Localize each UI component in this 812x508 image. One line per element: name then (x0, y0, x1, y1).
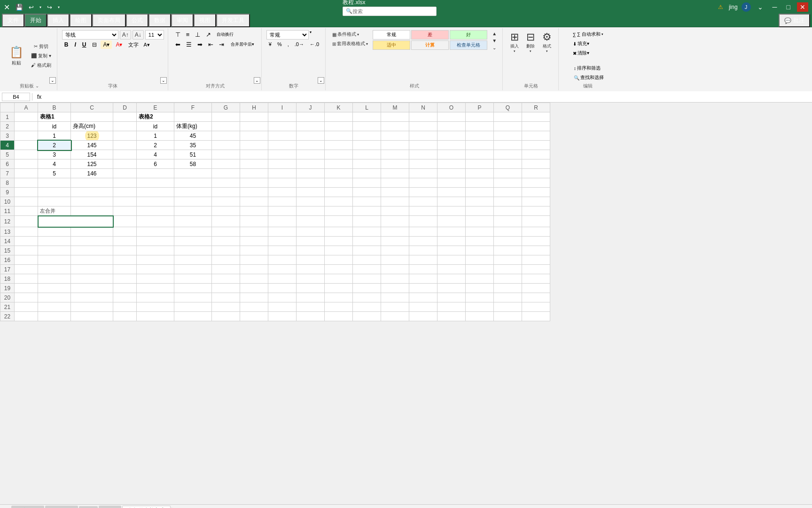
cell-h7[interactable] (240, 169, 268, 178)
align-right-btn[interactable]: ➡ (195, 40, 205, 49)
cell-k2[interactable] (325, 122, 353, 131)
cell-n7[interactable] (409, 169, 437, 178)
row-header-6[interactable]: 6 (0, 159, 15, 169)
cell-a11[interactable] (15, 206, 38, 216)
cell-g5[interactable] (212, 150, 240, 159)
phonetic-guide-btn[interactable]: A▾ (142, 41, 152, 48)
row-header-2[interactable]: 2 (0, 122, 15, 131)
cell-g2[interactable] (212, 122, 240, 131)
cell-p5[interactable] (466, 150, 494, 159)
decrease-decimal-btn[interactable]: ←.0 (307, 40, 321, 48)
col-header-h[interactable]: H (240, 103, 268, 112)
cell-g3[interactable] (212, 131, 240, 141)
bold-button[interactable]: B (62, 40, 71, 49)
cell-i1[interactable] (268, 112, 297, 122)
sheet-tab-dd[interactable]: dD (79, 506, 98, 508)
copy-button[interactable]: ⬛ 复制 ▾ (29, 52, 53, 60)
cell-p7[interactable] (466, 169, 494, 178)
function-wizard-btn[interactable]: fx (34, 93, 44, 101)
cell-l7[interactable] (353, 169, 381, 178)
style-calc-btn[interactable]: 计算 (411, 40, 449, 50)
minimize-button[interactable]: ─ (770, 2, 780, 12)
menu-data[interactable]: 数据 (148, 14, 171, 27)
col-header-o[interactable]: O (437, 103, 466, 112)
cell-c1[interactable] (71, 112, 113, 122)
table-format-btn[interactable]: ⊞ 套用表格格式 ▾ (330, 40, 370, 48)
menu-insert[interactable]: 插入 (47, 14, 70, 27)
cell-o7[interactable] (437, 169, 466, 178)
search-bar[interactable]: 🔍 (343, 7, 437, 16)
row-header-4[interactable]: 4 (0, 141, 15, 150)
cell-h1[interactable] (240, 112, 268, 122)
cell-g4[interactable] (212, 141, 240, 150)
cell-j4[interactable] (297, 141, 325, 150)
cell-k5[interactable] (325, 150, 353, 159)
cell-e2[interactable]: id (137, 122, 174, 131)
cell-k1[interactable] (325, 112, 353, 122)
cell-h2[interactable] (240, 122, 268, 131)
formula-input[interactable] (46, 93, 810, 101)
cell-d3[interactable] (113, 131, 137, 141)
style-neutral-btn[interactable]: 适中 (373, 40, 410, 50)
cell-a4[interactable] (15, 141, 38, 150)
cell-i3[interactable] (268, 131, 297, 141)
cell-b12-merged[interactable] (38, 216, 113, 227)
cell-o2[interactable] (437, 122, 466, 131)
cell-b6[interactable]: 4 (38, 159, 71, 169)
cell-g1[interactable] (212, 112, 240, 122)
cell-r5[interactable] (522, 150, 550, 159)
insert-cells-btn[interactable]: ⊞ 插入 ▾ (508, 30, 522, 55)
cell-d12[interactable] (113, 216, 137, 227)
add-sheet-btn[interactable]: + (0, 506, 11, 508)
menu-view[interactable]: 视图 (194, 14, 216, 27)
style-expand-btn[interactable]: ⌄ (490, 44, 499, 51)
clipboard-expand[interactable]: ⌄ (49, 77, 56, 84)
cell-n1[interactable] (409, 112, 437, 122)
cell-a1[interactable] (15, 112, 38, 122)
cell-e1[interactable]: 表格2 (137, 112, 174, 122)
format-painter-button[interactable]: 🖌 格式刷 (29, 61, 53, 70)
align-middle-btn[interactable]: ≡ (184, 30, 192, 39)
cell-k7[interactable] (325, 169, 353, 178)
col-header-i[interactable]: I (268, 103, 297, 112)
ribbon-display-button[interactable]: ⌄ (755, 2, 766, 12)
menu-file[interactable]: 文件 (2, 14, 24, 27)
undo-button[interactable]: ↩ (27, 3, 36, 12)
cell-o1[interactable] (437, 112, 466, 122)
cell-h5[interactable] (240, 150, 268, 159)
clear-btn[interactable]: ✖ 清除▾ (570, 49, 607, 57)
row-header-5[interactable]: 5 (0, 150, 15, 159)
comment-button[interactable]: 💬 批注 (779, 14, 810, 27)
cell-m5[interactable] (381, 150, 409, 159)
cell-l3[interactable] (353, 131, 381, 141)
cell-l5[interactable] (353, 150, 381, 159)
cell-m1[interactable] (381, 112, 409, 122)
cell-l1[interactable] (353, 112, 381, 122)
save-button[interactable]: 💾 (14, 3, 25, 12)
conditional-format-btn[interactable]: ▦ 条件格式 ▾ (330, 30, 370, 39)
cell-m2[interactable] (381, 122, 409, 131)
cell-b2[interactable]: id (38, 122, 71, 131)
col-header-a[interactable]: A (15, 103, 38, 112)
col-header-g[interactable]: G (212, 103, 240, 112)
undo-dropdown-button[interactable]: ▾ (38, 4, 43, 10)
cell-n3[interactable] (409, 131, 437, 141)
decrease-indent-btn[interactable]: ⇤ (206, 40, 216, 49)
cell-e11[interactable] (137, 206, 174, 216)
cell-d5[interactable] (113, 150, 137, 159)
cell-o6[interactable] (437, 159, 466, 169)
sort-filter-btn[interactable]: ↕ 排序和筛选 (570, 64, 607, 72)
cell-d11[interactable] (113, 206, 137, 216)
cell-f3[interactable]: 45 (174, 131, 212, 141)
cell-j7[interactable] (297, 169, 325, 178)
cell-o5[interactable] (437, 150, 466, 159)
align-top-btn[interactable]: ⊤ (173, 30, 183, 39)
number-expand[interactable]: ⌄ (318, 77, 324, 84)
align-left-btn[interactable]: ⬅ (173, 40, 183, 49)
cell-q3[interactable] (494, 131, 522, 141)
col-header-q[interactable]: Q (494, 103, 522, 112)
accounting-format-btn[interactable]: ¥ (266, 40, 274, 48)
cell-r2[interactable] (522, 122, 550, 131)
col-header-m[interactable]: M (381, 103, 409, 112)
find-select-btn[interactable]: 🔍 查找和选择 (570, 73, 607, 82)
